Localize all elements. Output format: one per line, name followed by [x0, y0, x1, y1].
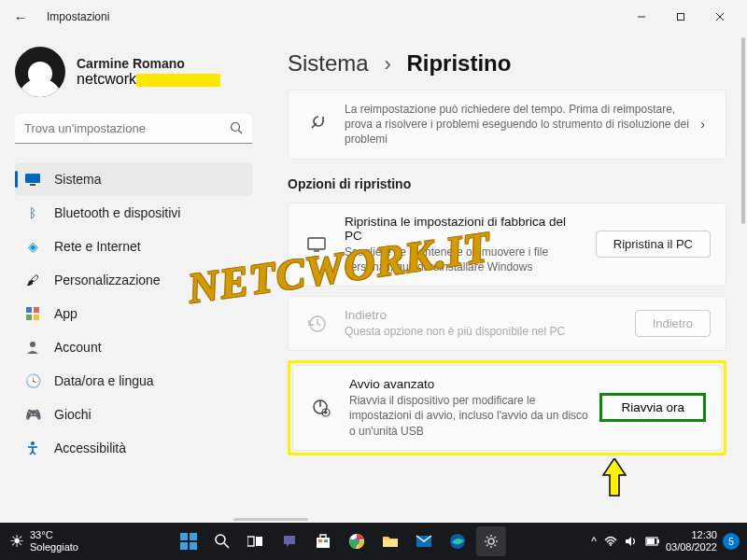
search-input[interactable] [15, 114, 252, 144]
highlighted-region: Avvio avanzato Riavvia il dispositivo pe… [288, 360, 726, 455]
close-button[interactable] [700, 4, 740, 30]
volume-tray-icon[interactable] [625, 536, 638, 547]
card-advanced-startup: Avvio avanzato Riavvia il dispositivo pe… [292, 365, 722, 451]
nav-item-giochi[interactable]: 🎮 Giochi [15, 398, 252, 431]
svg-point-26 [216, 535, 225, 544]
nav-item-accessibilita[interactable]: Accessibilità [15, 431, 252, 465]
store-icon[interactable] [308, 526, 338, 556]
settings-icon[interactable] [476, 526, 506, 556]
chrome-icon[interactable] [342, 526, 372, 556]
nav-label: Data/ora e lingua [54, 373, 154, 388]
svg-rect-8 [26, 307, 32, 313]
reset-title: Ripristina le impostazioni di fabbrica d… [345, 215, 585, 243]
chevron-right-icon[interactable]: › [695, 117, 711, 132]
svg-point-39 [610, 544, 612, 546]
svg-rect-14 [308, 238, 325, 249]
nav-label: Giochi [54, 407, 92, 422]
clock-globe-icon: 🕓 [24, 372, 41, 389]
battery-tray-icon[interactable] [645, 537, 660, 546]
mail-icon[interactable] [409, 526, 439, 556]
gaming-icon: 🎮 [24, 406, 41, 423]
svg-rect-29 [256, 537, 262, 546]
system-tray[interactable]: ^ [591, 535, 660, 548]
svg-rect-41 [657, 539, 659, 543]
horizontal-scrollbar[interactable] [233, 518, 308, 521]
svg-point-4 [232, 123, 240, 132]
section-header: Opzioni di ripristino [288, 176, 726, 191]
svg-rect-7 [30, 184, 35, 186]
reset-pc-button[interactable]: Ripristina il PC [596, 231, 711, 258]
breadcrumb: Sistema › Ripristino [288, 50, 726, 77]
power-gear-icon [308, 398, 334, 418]
apps-icon [24, 305, 41, 322]
accessibility-icon [24, 440, 41, 456]
nav-list: Sistema ᛒ Bluetooth e dispositivi ◈ Rete… [15, 162, 252, 465]
nav-item-rete[interactable]: ◈ Rete e Internet [15, 230, 252, 263]
vertical-scrollbar[interactable] [741, 37, 745, 224]
nav-label: Accessibilità [54, 441, 126, 455]
svg-line-27 [224, 543, 229, 548]
system-icon [24, 171, 41, 188]
wifi-tray-icon[interactable] [604, 536, 617, 547]
taskbar-search-icon[interactable] [207, 526, 237, 556]
svg-rect-11 [34, 315, 39, 320]
troubleshoot-desc: La reimpostazione può richiedere del tem… [345, 102, 695, 147]
taskbar: ☀ 33°C Soleggiato ^ 12:30 03/08/2022 5 [0, 523, 747, 560]
explorer-icon[interactable] [375, 526, 405, 556]
sidebar: Carmine Romano netcwork Sistema ᛒ Blueto… [0, 34, 261, 523]
reset-icon [303, 236, 330, 253]
history-icon [303, 314, 330, 334]
svg-rect-42 [647, 539, 655, 544]
svg-rect-6 [25, 174, 40, 183]
nav-label: App [54, 306, 78, 321]
weather-temp: 33°C [30, 529, 78, 541]
start-button[interactable] [174, 526, 204, 556]
advanced-desc: Riavvia il dispositivo per modificare le… [349, 393, 588, 439]
clock-date: 03/08/2022 [666, 541, 717, 553]
nav-item-bluetooth[interactable]: ᛒ Bluetooth e dispositivi [15, 196, 252, 230]
task-view-icon[interactable] [241, 526, 271, 556]
notification-badge[interactable]: 5 [723, 533, 740, 550]
search-icon [230, 121, 243, 134]
svg-rect-35 [383, 539, 398, 547]
profile-name: Carmine Romano [77, 56, 220, 71]
restart-now-button[interactable]: Riavvia ora [599, 393, 706, 422]
svg-point-38 [488, 539, 494, 544]
card-troubleshoot[interactable]: La reimpostazione può richiedere del tem… [288, 90, 726, 160]
titlebar: ← Impostazioni [0, 0, 747, 34]
minimize-button[interactable] [622, 4, 661, 30]
breadcrumb-current: Ripristino [406, 50, 511, 76]
back-button[interactable]: ← [7, 4, 34, 30]
svg-rect-25 [190, 542, 197, 550]
svg-rect-31 [318, 539, 322, 542]
svg-rect-23 [190, 533, 197, 540]
nav-label: Rete e Internet [54, 239, 141, 254]
chevron-right-icon: › [384, 52, 390, 76]
nav-item-app[interactable]: App [15, 297, 252, 330]
nav-label: Account [54, 340, 102, 355]
nav-item-account[interactable]: Account [15, 330, 252, 364]
nav-label: Personalizzazione [54, 273, 161, 287]
taskbar-clock[interactable]: 12:30 03/08/2022 [666, 529, 717, 553]
wifi-icon: ◈ [24, 238, 41, 255]
edge-icon[interactable] [443, 526, 472, 556]
window-title: Impostazioni [47, 10, 109, 23]
content-area: Sistema › Ripristino La reimpostazione p… [261, 34, 747, 523]
nav-item-personalizzazione[interactable]: 🖌 Personalizzazione [15, 263, 252, 297]
nav-item-sistema[interactable]: Sistema [15, 162, 252, 196]
nav-label: Sistema [54, 172, 102, 187]
taskbar-weather[interactable]: ☀ 33°C Soleggiato [0, 529, 88, 553]
card-reset-pc: Ripristina le impostazioni di fabbrica d… [288, 203, 726, 287]
nav-item-data-ora[interactable]: 🕓 Data/ora e lingua [15, 364, 252, 398]
maximize-button[interactable] [661, 4, 700, 30]
breadcrumb-parent[interactable]: Sistema [288, 50, 369, 76]
svg-rect-9 [34, 307, 39, 313]
svg-line-5 [239, 131, 243, 134]
svg-rect-30 [317, 538, 330, 548]
sun-icon: ☀ [9, 532, 24, 552]
goback-desc: Questa opzione non è più disponibile nel… [345, 324, 624, 339]
chevron-up-icon[interactable]: ^ [591, 535, 597, 548]
advanced-title: Avvio avanzato [349, 377, 588, 391]
profile-block[interactable]: Carmine Romano netcwork [15, 47, 252, 97]
chat-icon[interactable] [275, 526, 304, 556]
